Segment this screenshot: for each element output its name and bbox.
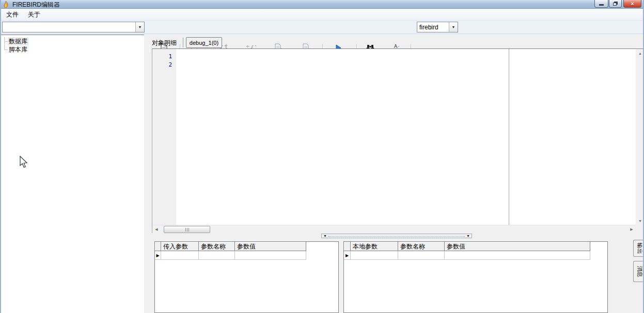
grid-corner-cell [155,242,161,251]
tree-connector [4,41,8,42]
thumb-grip [185,228,186,232]
collapse-down-icon[interactable]: ▼ [465,234,472,238]
scrollbar-thumb[interactable] [164,226,210,233]
vertical-scrollbar[interactable]: ▲ ▼ [636,49,644,225]
tab-separator [183,38,183,47]
column-header[interactable]: 参数名称 [199,242,235,251]
tree-connector [4,50,8,50]
grid-corner-cell [344,242,351,251]
app-window: FIREBIRD编辑器 × 文件 关于 ▼ [0,0,644,313]
grid-header-row: 本地参数 参数名称 参数值 [344,242,590,251]
editor-side-panel[interactable] [509,49,636,225]
database-selector-value: firebird [417,24,449,31]
code-editor[interactable] [176,49,509,225]
scroll-right-icon[interactable]: ▶ [627,225,636,233]
grid-cell[interactable] [445,251,590,260]
splitter-collapse-control[interactable]: ▼ ▼ [321,234,472,238]
side-tab-label: 输出 [636,243,643,254]
column-header[interactable]: 参数值 [445,242,590,251]
restore-button[interactable] [609,0,622,8]
row-indicator-icon: ▶ [155,251,161,260]
side-tab-messages[interactable]: 消息 [633,261,644,282]
titlebar[interactable]: FIREBIRD编辑器 × [1,0,643,9]
thumb-grip [189,228,189,232]
editor-gutter: 1 2 [152,49,176,225]
minimize-button[interactable] [594,0,608,8]
tab-debug[interactable]: debug_1(0) [186,37,222,48]
menubar: 文件 关于 [1,9,643,21]
column-header[interactable]: 传入参数 [161,242,199,251]
line-number: 2 [156,61,172,68]
row-indicator-icon: ▶ [344,251,351,260]
menu-file[interactable]: 文件 [2,9,23,20]
grid-cell[interactable] [235,251,306,260]
scroll-up-icon[interactable]: ▲ [636,49,644,57]
side-tab-label: 消息 [636,266,643,277]
scroll-down-icon[interactable]: ▼ [636,217,644,225]
tree-item-database[interactable]: 数据库 [8,37,28,45]
column-header[interactable]: 本地参数 [351,242,398,251]
local-params-grid[interactable]: 本地参数 参数名称 参数值 ▶ [343,241,608,313]
chevron-down-icon[interactable]: ▼ [449,22,458,32]
chevron-down-icon[interactable]: ▼ [135,22,144,32]
grid-header-row: 传入参数 参数名称 参数值 [155,242,306,251]
line-number: 1 [156,53,172,60]
scroll-left-icon[interactable]: ◀ [152,225,161,233]
grid-cell[interactable] [351,251,398,260]
side-tab-output[interactable]: 输出 [633,240,644,257]
mouse-cursor [20,156,29,169]
object-tree-panel [1,35,144,313]
object-selector-combobox[interactable]: ▼ [2,22,145,32]
toolbar: ▼ {} [1,21,643,34]
collapse-down-icon[interactable]: ▼ [322,234,328,238]
column-header[interactable]: 参数名称 [398,242,445,251]
input-params-grid[interactable]: 传入参数 参数名称 参数值 ▶ [154,241,339,313]
grid-cell[interactable] [161,251,199,260]
grid-cell[interactable] [398,251,445,260]
tab-object-details[interactable]: 对象明细 [152,39,177,47]
grid-data-row[interactable]: ▶ [344,251,590,260]
window-title: FIREBIRD编辑器 [12,1,60,9]
grid-data-row[interactable]: ▶ [155,251,306,260]
database-selector-combobox[interactable]: firebird ▼ [417,22,458,32]
tree-item-scripts[interactable]: 脚本库 [8,45,28,54]
splitter-dotted-line [328,236,465,237]
menu-about[interactable]: 关于 [24,9,44,20]
restore-icon [613,3,617,6]
thumb-grip [187,228,187,232]
close-button[interactable]: × [623,0,641,8]
close-icon: × [631,1,634,7]
grid-cell[interactable] [199,251,235,260]
minimize-icon [599,4,604,6]
column-header[interactable]: 参数值 [235,242,306,251]
horizontal-scrollbar[interactable]: ◀ ▶ [152,225,636,233]
app-icon [3,1,9,8]
tree-connector [4,37,5,50]
panel-splitter[interactable] [144,35,149,313]
